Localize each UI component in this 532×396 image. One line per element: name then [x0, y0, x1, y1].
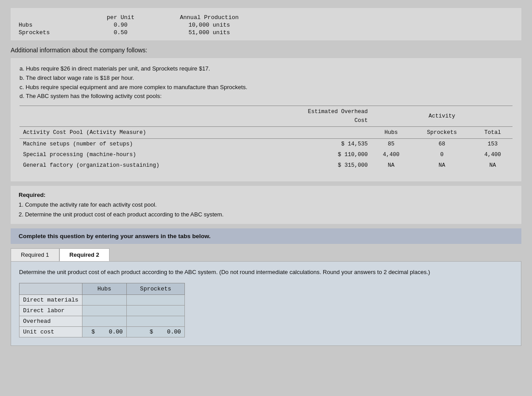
hubs-col-header: Hubs: [371, 127, 411, 139]
per-unit-header: per Unit: [90, 14, 152, 21]
tab-required-2-label: Required 2: [70, 251, 99, 258]
answer-table-sprockets-header: Sprockets: [126, 283, 184, 294]
machine-setups-total: 153: [473, 139, 513, 150]
sprockets-annual: 51,000 units: [152, 29, 267, 36]
unit-cost-row: Unit cost $ $: [20, 326, 185, 337]
hubs-currency-symbol: $: [91, 329, 98, 335]
machine-setups-label: Machine setups (number of setups): [20, 139, 259, 150]
sprockets-per-unit: 0.50: [90, 29, 152, 36]
answer-table-blank-header: [20, 283, 82, 294]
general-factory-row: General factory (organization-sustaining…: [20, 160, 512, 171]
direct-materials-sprockets-input[interactable]: [150, 297, 181, 303]
machine-setups-hubs: 85: [371, 139, 411, 150]
top-section: per Unit Annual Production Hubs 0.90 10,…: [11, 8, 521, 40]
direct-materials-label: Direct materials: [20, 294, 82, 305]
activity-pool-header: Activity Cost Pool (Activity Measure): [20, 127, 259, 139]
unit-cost-hubs-cell[interactable]: $: [82, 326, 126, 337]
special-processing-sprockets: 0: [411, 149, 473, 160]
general-factory-hubs: NA: [371, 160, 411, 171]
direct-labor-sprockets-cell[interactable]: [126, 305, 184, 316]
direct-labor-sprockets-input[interactable]: [150, 307, 181, 314]
info-point-d: d. The ABC system has the following acti…: [20, 92, 512, 101]
general-factory-cost: $ 315,000: [259, 160, 371, 171]
hubs-label: Hubs: [19, 22, 90, 28]
sprockets-currency-symbol: $: [149, 329, 156, 335]
answer-table: Hubs Sprockets Direct materials Direct l…: [19, 283, 185, 337]
general-factory-total: NA: [473, 160, 513, 171]
production-table: per Unit Annual Production Hubs 0.90 10,…: [19, 14, 513, 36]
unit-cost-label: Unit cost: [20, 326, 82, 337]
activity-table: Estimated OverheadCost Activity Activity…: [20, 106, 512, 171]
direct-labor-row: Direct labor: [20, 305, 185, 316]
overhead-hubs-input[interactable]: [92, 318, 123, 325]
tabs-row: Required 1 Required 2: [11, 248, 521, 261]
machine-setups-cost: $ 14,535: [259, 139, 371, 150]
answer-table-hubs-header: Hubs: [82, 283, 126, 294]
additional-info-label: Additional information about the company…: [11, 47, 521, 54]
total-col-header: Total: [473, 127, 513, 139]
machine-setups-sprockets: 68: [411, 139, 473, 150]
general-factory-label: General factory (organization-sustaining…: [20, 160, 259, 171]
blank-header: [19, 14, 90, 21]
unit-cost-sprockets-input[interactable]: [156, 329, 181, 335]
hubs-per-unit: 0.90: [90, 22, 152, 28]
direct-materials-hubs-cell[interactable]: [82, 294, 126, 305]
sprockets-label: Sprockets: [19, 29, 90, 36]
special-processing-cost: $ 110,000: [259, 149, 371, 160]
overhead-row: Overhead: [20, 316, 185, 326]
overhead-sprockets-input[interactable]: [150, 318, 181, 325]
tab-content: Determine the unit product cost of each …: [11, 261, 521, 346]
unit-cost-sprockets-cell[interactable]: $: [126, 326, 184, 337]
special-processing-label: Special processing (machine-hours): [20, 149, 259, 160]
tab-required-1[interactable]: Required 1: [11, 248, 59, 261]
annual-production-header: Annual Production: [152, 14, 267, 21]
direct-materials-sprockets-cell[interactable]: [126, 294, 184, 305]
special-processing-total: 4,400: [473, 149, 513, 160]
complete-box-text: Complete this question by entering your …: [19, 233, 211, 239]
machine-setups-row: Machine setups (number of setups) $ 14,5…: [20, 139, 512, 150]
direct-materials-hubs-input[interactable]: [92, 297, 123, 303]
complete-box: Complete this question by entering your …: [11, 228, 521, 244]
direct-materials-row: Direct materials: [20, 294, 185, 305]
info-block: a. Hubs require $26 in direct materials …: [11, 58, 521, 181]
required-item-1: 1. Compute the activity rate for each ac…: [19, 200, 513, 210]
tab-required-2[interactable]: Required 2: [59, 248, 110, 261]
sprockets-col-header: Sprockets: [411, 127, 473, 139]
required-label: Required:: [19, 190, 513, 200]
direct-labor-label: Direct labor: [20, 305, 82, 316]
general-factory-sprockets: NA: [411, 160, 473, 171]
required-section: Required: 1. Compute the activity rate f…: [11, 186, 521, 224]
info-point-a: a. Hubs require $26 in direct materials …: [20, 64, 512, 74]
direct-labor-hubs-cell[interactable]: [82, 305, 126, 316]
special-processing-row: Special processing (machine-hours) $ 110…: [20, 149, 512, 160]
direct-labor-hubs-input[interactable]: [92, 307, 123, 314]
required-item-2: 2. Determine the unit product cost of ea…: [19, 210, 513, 220]
special-processing-hubs: 4,400: [371, 149, 411, 160]
info-point-b: b. The direct labor wage rate is $18 per…: [20, 74, 512, 83]
unit-cost-hubs-input[interactable]: [98, 329, 123, 335]
hubs-annual: 10,000 units: [152, 22, 267, 28]
info-point-c: c. Hubs require special equipment and ar…: [20, 83, 512, 92]
tab-description: Determine the unit product cost of each …: [19, 268, 513, 277]
overhead-sprockets-cell[interactable]: [126, 316, 184, 326]
overhead-hubs-cell[interactable]: [82, 316, 126, 326]
overhead-label: Overhead: [20, 316, 82, 326]
tab-required-1-label: Required 1: [21, 251, 49, 258]
activity-table-wrapper: Estimated OverheadCost Activity Activity…: [20, 106, 512, 171]
